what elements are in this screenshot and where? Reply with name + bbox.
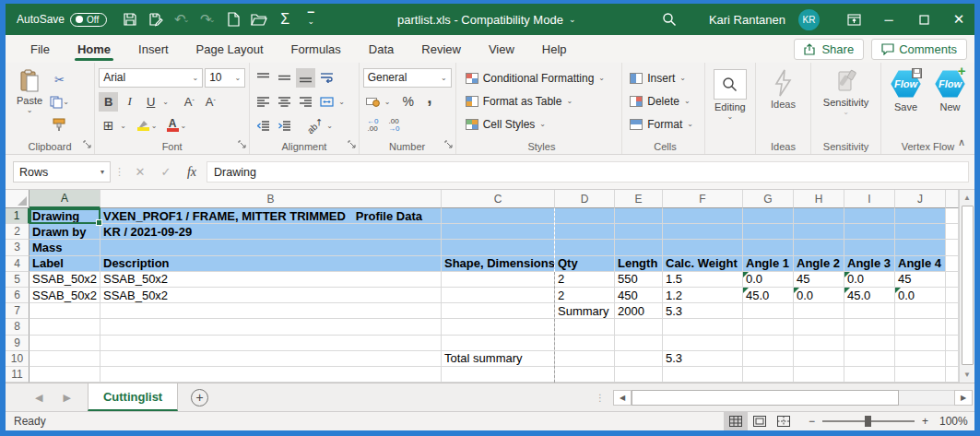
cancel-entry-icon[interactable]: ✕	[129, 161, 151, 183]
user-avatar[interactable]: KR	[798, 9, 820, 30]
col-header-E[interactable]: E	[615, 190, 663, 208]
ribbon-tab-data[interactable]: Data	[355, 35, 407, 63]
col-header-B[interactable]: B	[100, 190, 442, 208]
align-middle-button[interactable]	[275, 68, 294, 88]
ribbon-tab-review[interactable]: Review	[407, 35, 475, 63]
format-cells-button[interactable]: Format⌄	[630, 114, 701, 134]
cell-G10[interactable]	[743, 351, 794, 367]
cell-D1[interactable]	[555, 208, 615, 224]
cell-F10[interactable]: 5.3	[663, 351, 743, 367]
ribbon-display-options-icon[interactable]	[838, 6, 869, 33]
cell-J7[interactable]	[895, 303, 946, 319]
zoom-out-icon[interactable]: −	[809, 415, 815, 428]
cell-I9[interactable]	[844, 336, 895, 351]
col-header-D[interactable]: D	[555, 190, 615, 208]
horizontal-scroll-track[interactable]	[899, 390, 954, 406]
align-center-button[interactable]	[275, 92, 294, 112]
cell-F3[interactable]	[663, 240, 743, 255]
ribbon-tab-page-layout[interactable]: Page Layout	[183, 35, 277, 63]
user-name[interactable]: Kari Rantanen	[709, 13, 785, 27]
cell-D6[interactable]: 2	[555, 288, 615, 303]
cell-E3[interactable]	[615, 240, 663, 255]
cell-E9[interactable]	[615, 336, 663, 351]
fill-color-dropdown-icon[interactable]: ⌄	[151, 122, 158, 130]
cell-H2[interactable]	[794, 224, 844, 240]
minimize-button[interactable]: ─	[873, 6, 904, 33]
autosum-icon[interactable]: Σ	[273, 7, 297, 31]
delete-cells-button[interactable]: Delete⌄	[630, 91, 701, 111]
cell-I2[interactable]	[844, 224, 895, 240]
cell-E4[interactable]: Length	[615, 256, 663, 272]
merge-center-button[interactable]	[317, 92, 337, 112]
cell-H6[interactable]: 0.0	[794, 288, 844, 303]
cell-I6[interactable]: 45.0	[844, 288, 895, 303]
customize-qat-icon[interactable]: ▔⌄	[299, 7, 323, 31]
cell-E7[interactable]: 2000	[615, 303, 663, 319]
cell-H4[interactable]: Angle 2	[794, 256, 844, 272]
vertical-scroll-thumb[interactable]	[962, 206, 974, 365]
cell-I11[interactable]	[844, 367, 895, 383]
horizontal-scroll-thumb[interactable]	[632, 390, 899, 406]
name-box[interactable]: Rows ▾	[13, 161, 111, 183]
align-right-button[interactable]	[296, 92, 315, 112]
col-header-F[interactable]: F	[663, 190, 743, 208]
cell-A3[interactable]: Mass	[30, 240, 100, 255]
cell-J3[interactable]	[895, 240, 946, 255]
cell-A5[interactable]: SSAB_50x2	[30, 272, 100, 288]
conditional-formatting-button[interactable]: Conditional Formatting⌄	[466, 68, 619, 88]
cell-F4[interactable]: Calc. Weight	[663, 256, 743, 272]
row-header-2[interactable]: 2	[6, 224, 30, 240]
cell-J4[interactable]: Angle 4	[895, 256, 946, 272]
cell-G7[interactable]	[743, 303, 794, 319]
cell-H10[interactable]	[794, 351, 844, 367]
cell-G1[interactable]	[743, 208, 794, 224]
decrease-decimal-button[interactable]: .00→0	[384, 116, 404, 136]
row-header-3[interactable]: 3	[6, 240, 30, 255]
select-all-corner[interactable]	[6, 190, 30, 208]
merge-dropdown-icon[interactable]: ⌄	[338, 98, 345, 106]
row-header-4[interactable]: 4	[6, 256, 30, 272]
cell-C2[interactable]	[442, 224, 555, 240]
orientation-button[interactable]: ab↗	[305, 116, 325, 136]
share-button[interactable]: Share	[794, 39, 864, 60]
cell-C3[interactable]	[442, 240, 555, 255]
cell-F6[interactable]: 1.2	[663, 288, 743, 303]
cell-B1[interactable]: VXEN_PROF1 / FRAME, MITTER TRIMMED Profi…	[100, 208, 442, 224]
new-file-icon[interactable]	[221, 7, 245, 31]
cell-D3[interactable]	[555, 240, 615, 255]
cell-C8[interactable]	[442, 319, 555, 335]
cell-B11[interactable]	[100, 367, 442, 383]
align-top-button[interactable]	[254, 68, 273, 88]
cell-G11[interactable]	[743, 367, 794, 383]
cell-H11[interactable]	[794, 367, 844, 383]
zoom-in-icon[interactable]: +	[922, 415, 928, 428]
borders-button[interactable]: ⊞	[99, 116, 118, 136]
cell-H7[interactable]	[794, 303, 844, 319]
page-break-view-button[interactable]	[772, 412, 796, 430]
cell-H9[interactable]	[794, 336, 844, 351]
document-title[interactable]: partlist.xls - Compatibility Mode ⌄	[397, 4, 575, 35]
cell-J8[interactable]	[895, 319, 946, 335]
cell-J9[interactable]	[895, 336, 946, 351]
cell-I7[interactable]	[844, 303, 895, 319]
row-header-1[interactable]: 1	[6, 208, 30, 224]
horizontal-scrollbar[interactable]: ⋮ ◀ ▶	[596, 383, 974, 411]
font-color-button[interactable]: A	[167, 119, 179, 132]
cell-G8[interactable]	[743, 319, 794, 335]
sheet-tab-cuttinglist[interactable]: Cuttinglist	[88, 383, 178, 411]
increase-indent-button[interactable]	[275, 116, 294, 136]
increase-font-button[interactable]: Aˆ	[180, 92, 199, 112]
format-painter-button[interactable]	[50, 114, 69, 134]
cell-H8[interactable]	[794, 319, 844, 335]
comma-style-button[interactable]: ,	[419, 92, 439, 112]
cell-F5[interactable]: 1.5	[663, 272, 743, 288]
vertical-scrollbar[interactable]: ▲ ▼	[959, 190, 974, 383]
sheet-nav-left-icon[interactable]: ◀	[35, 392, 42, 404]
cell-J11[interactable]	[895, 367, 946, 383]
flow-new-button[interactable]: Flow + New	[930, 66, 971, 138]
page-layout-view-button[interactable]	[748, 412, 772, 430]
fill-color-button[interactable]	[137, 120, 149, 131]
cell-C10[interactable]: Total summary	[442, 351, 555, 367]
col-header-G[interactable]: G	[743, 190, 794, 208]
row-header-8[interactable]: 8	[6, 319, 30, 335]
